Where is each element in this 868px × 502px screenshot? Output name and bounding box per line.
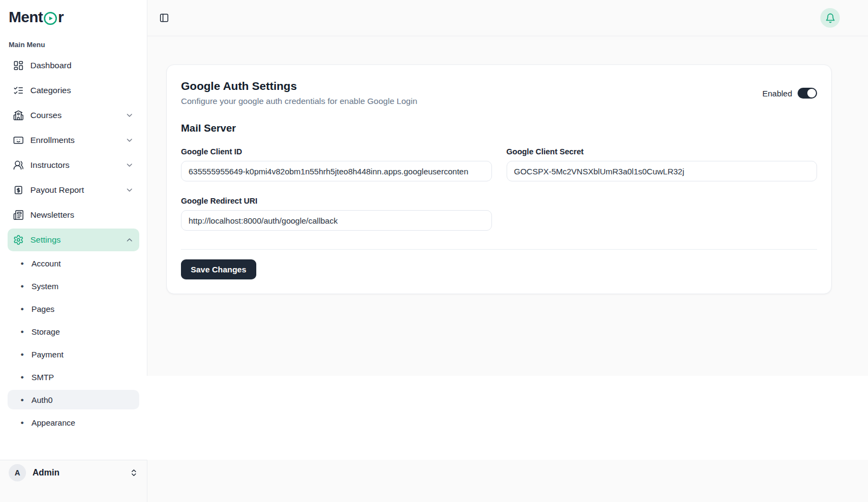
sidebar-subitem-payment[interactable]: • Payment bbox=[8, 344, 139, 364]
newspaper-icon bbox=[13, 210, 24, 220]
google-auth-settings-card: Google Auth Settings Configure your goog… bbox=[166, 64, 832, 294]
sidebar-section-label: Main Menu bbox=[9, 41, 138, 49]
sidebar-subitem-label: Auth0 bbox=[31, 395, 53, 405]
chevron-down-icon bbox=[125, 161, 134, 169]
sidebar-item-enrollments[interactable]: Enrollments bbox=[8, 129, 139, 152]
brand-logo[interactable]: Ment r bbox=[0, 0, 147, 26]
sidebar-subitem-appearance[interactable]: • Appearance bbox=[8, 413, 139, 432]
sidebar-item-payout-report[interactable]: Payout Report bbox=[8, 179, 139, 201]
enabled-toggle[interactable] bbox=[798, 88, 817, 99]
chevron-down-icon bbox=[125, 136, 134, 145]
sidebar-subitem-label: Storage bbox=[31, 327, 60, 336]
client-id-label: Google Client ID bbox=[181, 147, 492, 156]
sidebar-subitem-account[interactable]: • Account bbox=[8, 253, 139, 273]
chevrons-up-down-icon bbox=[129, 468, 138, 477]
sidebar-subitem-label: Account bbox=[31, 259, 61, 268]
dashboard-icon bbox=[13, 60, 24, 71]
google-redirect-uri-input[interactable] bbox=[181, 210, 492, 231]
sidebar-item-label: Categories bbox=[30, 86, 71, 95]
play-circle-icon bbox=[43, 11, 57, 25]
chevron-up-icon bbox=[125, 236, 134, 244]
bullet-dot: • bbox=[21, 350, 24, 359]
sidebar-item-label: Instructors bbox=[30, 160, 69, 170]
client-secret-label: Google Client Secret bbox=[507, 147, 818, 156]
settings-submenu: • Account • System • Pages • Storage • P… bbox=[0, 253, 147, 435]
sidebar-nav: Dashboard Categories Courses Enrollments bbox=[0, 54, 147, 253]
sidebar-item-courses[interactable]: Courses bbox=[8, 104, 139, 127]
card-subtitle: Configure your google auth credentials f… bbox=[181, 96, 417, 106]
sidebar-item-label: Courses bbox=[30, 110, 62, 120]
content-panel bbox=[142, 376, 868, 460]
bullet-dot: • bbox=[21, 395, 24, 405]
sidebar-item-newsletters[interactable]: Newsletters bbox=[8, 204, 139, 226]
sidebar-item-instructors[interactable]: Instructors bbox=[8, 154, 139, 177]
toggle-knob bbox=[807, 89, 816, 97]
google-client-secret-input[interactable] bbox=[507, 161, 818, 181]
bullet-dot: • bbox=[21, 304, 24, 314]
toggle-label: Enabled bbox=[762, 89, 792, 98]
sidebar-item-label: Payout Report bbox=[30, 185, 84, 195]
sidebar-toggle-button[interactable] bbox=[157, 11, 171, 25]
sidebar-item-categories[interactable]: Categories bbox=[8, 79, 139, 102]
sidebar-subitem-system[interactable]: • System bbox=[8, 276, 139, 296]
sidebar-subitem-pages[interactable]: • Pages bbox=[8, 299, 139, 318]
sidebar-subitem-label: SMTP bbox=[31, 373, 54, 382]
user-name: Admin bbox=[33, 468, 60, 478]
bullet-dot: • bbox=[21, 373, 24, 382]
card-title: Google Auth Settings bbox=[181, 79, 417, 93]
brand-name-prefix: Ment bbox=[9, 9, 43, 26]
chevron-down-icon bbox=[125, 111, 134, 120]
sidebar-footer: A Admin bbox=[0, 460, 147, 502]
gear-icon bbox=[13, 234, 24, 245]
bell-icon bbox=[825, 13, 835, 23]
list-checks-icon bbox=[13, 85, 24, 96]
google-client-id-input[interactable] bbox=[181, 161, 492, 181]
bullet-dot: • bbox=[21, 282, 24, 291]
panel-left-icon bbox=[159, 13, 169, 23]
sidebar-subitem-auth0[interactable]: • Auth0 bbox=[8, 390, 139, 409]
save-changes-button[interactable]: Save Changes bbox=[181, 259, 256, 279]
sidebar-subitem-storage[interactable]: • Storage bbox=[8, 322, 139, 341]
sidebar-subitem-label: System bbox=[31, 282, 59, 291]
sidebar-subitem-label: Appearance bbox=[31, 418, 75, 427]
bullet-dot: • bbox=[21, 418, 24, 427]
sidebar-item-label: Settings bbox=[30, 235, 61, 245]
section-title: Mail Server bbox=[181, 122, 817, 134]
sidebar-item-label: Dashboard bbox=[30, 61, 72, 70]
sidebar-subitem-label: Pages bbox=[31, 304, 55, 314]
brand-name-suffix: r bbox=[58, 9, 63, 26]
redirect-uri-label: Google Redirect URI bbox=[181, 197, 492, 205]
card-divider bbox=[181, 249, 817, 250]
user-menu[interactable]: A Admin bbox=[9, 464, 138, 481]
sidebar-subitem-smtp[interactable]: • SMTP bbox=[8, 367, 139, 387]
receipt-dollar-icon bbox=[13, 185, 24, 195]
sidebar: Ment r Main Menu Dashboard Categories Co… bbox=[0, 0, 147, 502]
id-card-icon bbox=[13, 135, 24, 146]
chevron-down-icon bbox=[125, 186, 134, 194]
notifications-button[interactable] bbox=[820, 8, 840, 28]
users-icon bbox=[13, 160, 24, 171]
sidebar-item-settings[interactable]: Settings bbox=[8, 229, 139, 251]
sidebar-subitem-label: Payment bbox=[31, 350, 63, 359]
sidebar-item-label: Newsletters bbox=[30, 210, 74, 220]
bullet-dot: • bbox=[21, 327, 24, 336]
avatar: A bbox=[9, 464, 26, 481]
sidebar-item-label: Enrollments bbox=[30, 135, 75, 145]
bullet-dot: • bbox=[21, 259, 24, 268]
topbar bbox=[147, 0, 868, 36]
sidebar-item-dashboard[interactable]: Dashboard bbox=[8, 54, 139, 77]
school-icon bbox=[13, 110, 24, 121]
